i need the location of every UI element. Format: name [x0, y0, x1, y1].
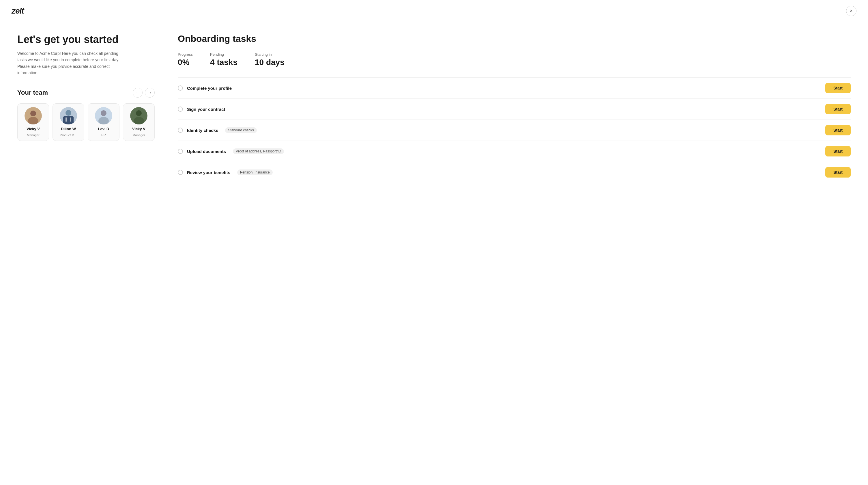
- stat-progress-value: 0%: [178, 58, 193, 67]
- member-name-2: Levi D: [98, 127, 109, 131]
- task-left-2: Identity checks Standard checks: [178, 127, 257, 133]
- team-cards: Vicky V Manager Dillon W: [17, 103, 155, 141]
- task-status-dot-2: [178, 128, 183, 133]
- svg-rect-6: [65, 118, 67, 122]
- task-row-2: Identity checks Standard checks Start: [178, 120, 851, 141]
- task-row-1: Sign your contract Start: [178, 99, 851, 120]
- task-status-dot-0: [178, 86, 183, 91]
- stats-row: Progress 0% Pending 4 tasks Starting in …: [178, 52, 851, 67]
- avatar-1: [60, 107, 77, 124]
- task-tag-3: Proof of address, Passport/ID: [233, 148, 284, 154]
- stat-progress: Progress 0%: [178, 52, 193, 67]
- svg-rect-7: [70, 118, 71, 122]
- task-status-dot-3: [178, 149, 183, 154]
- task-start-button-4[interactable]: Start: [825, 167, 851, 178]
- task-status-dot-1: [178, 107, 183, 112]
- task-start-button-1[interactable]: Start: [825, 104, 851, 114]
- member-role-0: Manager: [27, 133, 39, 137]
- left-panel: Let's get you started Welcome to Acme Co…: [17, 33, 155, 183]
- member-role-1: Product M...: [60, 133, 77, 137]
- page-subtitle: Welcome to Acme Corp! Here you can check…: [17, 50, 121, 76]
- task-start-button-2[interactable]: Start: [825, 125, 851, 135]
- team-section: Your team ← → Vicky V: [17, 88, 155, 141]
- task-left-0: Complete your profile: [178, 86, 235, 91]
- svg-point-12: [136, 110, 142, 116]
- stat-pending-value: 4 tasks: [210, 58, 238, 67]
- task-row-3: Upload documents Proof of address, Passp…: [178, 141, 851, 162]
- task-name-2: Identity checks: [187, 128, 218, 133]
- task-left-3: Upload documents Proof of address, Passp…: [178, 148, 284, 154]
- member-name-1: Dillon W: [61, 127, 76, 131]
- member-role-3: Manager: [132, 133, 145, 137]
- team-nav-prev-button[interactable]: ←: [133, 88, 143, 98]
- svg-point-4: [65, 110, 71, 116]
- task-start-button-3[interactable]: Start: [825, 146, 851, 156]
- task-left-4: Review your benefits Pension, Insurance: [178, 170, 273, 175]
- stat-pending: Pending 4 tasks: [210, 52, 238, 67]
- team-section-title: Your team: [17, 89, 48, 96]
- task-row-0: Complete your profile Start: [178, 78, 851, 99]
- member-name-3: Vicky V: [132, 127, 146, 131]
- task-start-button-0[interactable]: Start: [825, 83, 851, 93]
- close-button[interactable]: ×: [846, 6, 857, 16]
- team-card-3: Vicky V Manager: [123, 103, 155, 141]
- task-left-1: Sign your contract: [178, 107, 228, 112]
- team-nav-next-button[interactable]: →: [145, 88, 155, 98]
- task-name-3: Upload documents: [187, 149, 226, 154]
- svg-rect-5: [63, 116, 73, 124]
- team-nav-buttons: ← →: [133, 88, 155, 98]
- stat-progress-label: Progress: [178, 52, 193, 57]
- avatar-2: [95, 107, 112, 124]
- onboarding-title: Onboarding tasks: [178, 33, 851, 44]
- member-role-2: HR: [101, 133, 106, 137]
- task-name-1: Sign your contract: [187, 107, 225, 112]
- stat-starting-value: 10 days: [255, 58, 284, 67]
- member-name-0: Vicky V: [27, 127, 40, 131]
- task-name-0: Complete your profile: [187, 86, 232, 91]
- stat-starting-label: Starting in: [255, 52, 284, 57]
- tasks-list: Complete your profile Start Sign your co…: [178, 78, 851, 183]
- task-tag-2: Standard checks: [225, 127, 256, 133]
- team-card-0: Vicky V Manager: [17, 103, 49, 141]
- task-tag-4: Pension, Insurance: [237, 170, 273, 175]
- task-status-dot-4: [178, 170, 183, 175]
- team-card-1: Dillon W Product M...: [53, 103, 84, 141]
- team-card-2: Levi D HR: [88, 103, 120, 141]
- page-title: Let's get you started: [17, 33, 155, 46]
- avatar-3: [130, 107, 148, 124]
- task-name-4: Review your benefits: [187, 170, 230, 175]
- svg-point-9: [101, 110, 106, 116]
- task-row-4: Review your benefits Pension, Insurance …: [178, 162, 851, 183]
- right-panel: Onboarding tasks Progress 0% Pending 4 t…: [178, 33, 851, 183]
- svg-point-1: [30, 111, 36, 116]
- app-logo: zelt: [11, 6, 24, 16]
- avatar-0: [25, 107, 42, 124]
- stat-pending-label: Pending: [210, 52, 238, 57]
- stat-starting: Starting in 10 days: [255, 52, 284, 67]
